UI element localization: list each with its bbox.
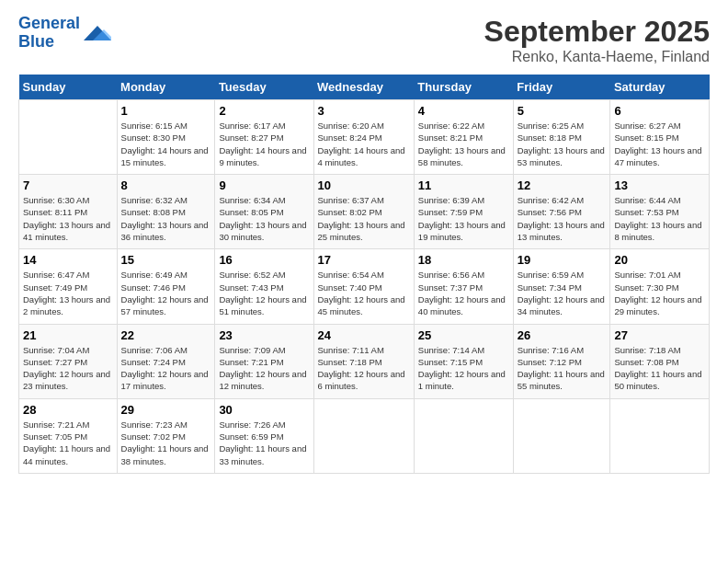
header-monday: Monday — [117, 75, 215, 100]
day-info: Sunrise: 6:49 AMSunset: 7:46 PMDaylight:… — [121, 269, 211, 317]
table-row: 14Sunrise: 6:47 AMSunset: 7:49 PMDayligh… — [19, 249, 118, 324]
day-info: Sunrise: 7:04 AMSunset: 7:27 PMDaylight:… — [23, 344, 113, 393]
header-friday: Friday — [513, 75, 610, 100]
day-number: 28 — [23, 403, 113, 417]
table-row: 27Sunrise: 7:18 AMSunset: 7:08 PMDayligh… — [610, 324, 710, 398]
day-number: 20 — [614, 253, 705, 267]
day-info: Sunrise: 6:52 AMSunset: 7:43 PMDaylight:… — [219, 269, 309, 317]
table-row: 6Sunrise: 6:27 AMSunset: 8:15 PMDaylight… — [610, 100, 710, 175]
day-number: 4 — [418, 104, 509, 118]
table-row: 28Sunrise: 7:21 AMSunset: 7:05 PMDayligh… — [19, 398, 118, 473]
day-info: Sunrise: 6:37 AMSunset: 8:02 PMDaylight:… — [318, 194, 410, 243]
table-row: 8Sunrise: 6:32 AMSunset: 8:08 PMDaylight… — [117, 175, 215, 249]
day-number: 9 — [219, 178, 309, 192]
day-info: Sunrise: 7:23 AMSunset: 7:02 PMDaylight:… — [121, 419, 211, 467]
logo-icon — [84, 22, 111, 44]
table-row: 24Sunrise: 7:11 AMSunset: 7:18 PMDayligh… — [313, 324, 414, 398]
table-row: 7Sunrise: 6:30 AMSunset: 8:11 PMDaylight… — [19, 175, 118, 249]
day-info: Sunrise: 7:14 AMSunset: 7:15 PMDaylight:… — [418, 344, 509, 393]
day-number: 2 — [219, 104, 309, 118]
table-row: 9Sunrise: 6:34 AMSunset: 8:05 PMDaylight… — [215, 175, 313, 249]
day-number: 21 — [23, 328, 113, 342]
day-info: Sunrise: 7:26 AMSunset: 6:59 PMDaylight:… — [219, 419, 309, 467]
table-row: 15Sunrise: 6:49 AMSunset: 7:46 PMDayligh… — [117, 249, 215, 324]
day-number: 11 — [418, 178, 509, 192]
table-row: 19Sunrise: 6:59 AMSunset: 7:34 PMDayligh… — [513, 249, 610, 324]
table-row: 21Sunrise: 7:04 AMSunset: 7:27 PMDayligh… — [19, 324, 118, 398]
day-number: 17 — [318, 253, 410, 267]
header-sunday: Sunday — [19, 75, 118, 100]
table-row: 16Sunrise: 6:52 AMSunset: 7:43 PMDayligh… — [215, 249, 313, 324]
table-row: 22Sunrise: 7:06 AMSunset: 7:24 PMDayligh… — [117, 324, 215, 398]
day-number: 19 — [518, 253, 607, 267]
day-number: 12 — [518, 178, 607, 192]
table-row: 30Sunrise: 7:26 AMSunset: 6:59 PMDayligh… — [215, 398, 313, 473]
table-row: 17Sunrise: 6:54 AMSunset: 7:40 PMDayligh… — [313, 249, 414, 324]
day-info: Sunrise: 6:15 AMSunset: 8:30 PMDaylight:… — [121, 120, 211, 168]
day-number: 25 — [418, 328, 509, 342]
day-number: 16 — [219, 253, 309, 267]
day-number: 24 — [318, 328, 410, 342]
logo-text: General Blue — [18, 15, 80, 52]
day-info: Sunrise: 6:54 AMSunset: 7:40 PMDaylight:… — [318, 269, 410, 317]
day-info: Sunrise: 6:47 AMSunset: 7:49 PMDaylight:… — [23, 269, 113, 317]
table-row: 1Sunrise: 6:15 AMSunset: 8:30 PMDaylight… — [117, 100, 215, 175]
logo-general: General — [18, 14, 80, 32]
table-row: 29Sunrise: 7:23 AMSunset: 7:02 PMDayligh… — [117, 398, 215, 473]
table-row — [610, 398, 710, 473]
title-section: September 2025 Renko, Kanta-Haeme, Finla… — [484, 15, 710, 65]
day-number: 30 — [219, 403, 309, 417]
logo-blue: Blue — [18, 32, 54, 51]
header: General Blue September 2025 Renko, Kanta… — [18, 15, 710, 65]
day-info: Sunrise: 6:44 AMSunset: 7:53 PMDaylight:… — [614, 194, 705, 243]
day-info: Sunrise: 6:30 AMSunset: 8:11 PMDaylight:… — [23, 194, 113, 243]
table-row — [19, 100, 118, 175]
table-row: 26Sunrise: 7:16 AMSunset: 7:12 PMDayligh… — [513, 324, 610, 398]
day-info: Sunrise: 7:16 AMSunset: 7:12 PMDaylight:… — [518, 344, 607, 393]
table-row: 25Sunrise: 7:14 AMSunset: 7:15 PMDayligh… — [414, 324, 513, 398]
table-row: 11Sunrise: 6:39 AMSunset: 7:59 PMDayligh… — [414, 175, 513, 249]
day-info: Sunrise: 7:06 AMSunset: 7:24 PMDaylight:… — [121, 344, 211, 393]
day-info: Sunrise: 6:42 AMSunset: 7:56 PMDaylight:… — [518, 194, 607, 243]
calendar-table: Sunday Monday Tuesday Wednesday Thursday… — [18, 75, 710, 474]
day-number: 13 — [614, 178, 705, 192]
day-number: 5 — [518, 104, 607, 118]
calendar-header: Sunday Monday Tuesday Wednesday Thursday… — [19, 75, 710, 100]
table-row: 5Sunrise: 6:25 AMSunset: 8:18 PMDaylight… — [513, 100, 610, 175]
table-row: 18Sunrise: 6:56 AMSunset: 7:37 PMDayligh… — [414, 249, 513, 324]
day-info: Sunrise: 6:27 AMSunset: 8:15 PMDaylight:… — [614, 120, 705, 168]
day-info: Sunrise: 6:25 AMSunset: 8:18 PMDaylight:… — [518, 120, 607, 168]
table-row: 3Sunrise: 6:20 AMSunset: 8:24 PMDaylight… — [313, 100, 414, 175]
day-info: Sunrise: 6:20 AMSunset: 8:24 PMDaylight:… — [318, 120, 410, 168]
day-number: 6 — [614, 104, 705, 118]
day-number: 7 — [23, 178, 113, 192]
header-thursday: Thursday — [414, 75, 513, 100]
header-tuesday: Tuesday — [215, 75, 313, 100]
day-info: Sunrise: 7:11 AMSunset: 7:18 PMDaylight:… — [318, 344, 410, 393]
main-title: September 2025 — [484, 15, 710, 49]
header-wednesday: Wednesday — [313, 75, 414, 100]
day-info: Sunrise: 6:32 AMSunset: 8:08 PMDaylight:… — [121, 194, 211, 243]
day-info: Sunrise: 6:39 AMSunset: 7:59 PMDaylight:… — [418, 194, 509, 243]
day-number: 27 — [614, 328, 705, 342]
table-row — [414, 398, 513, 473]
table-row: 12Sunrise: 6:42 AMSunset: 7:56 PMDayligh… — [513, 175, 610, 249]
day-info: Sunrise: 7:01 AMSunset: 7:30 PMDaylight:… — [614, 269, 705, 317]
day-number: 1 — [121, 104, 211, 118]
table-row — [513, 398, 610, 473]
day-info: Sunrise: 6:59 AMSunset: 7:34 PMDaylight:… — [518, 269, 607, 317]
table-row: 23Sunrise: 7:09 AMSunset: 7:21 PMDayligh… — [215, 324, 313, 398]
table-row — [313, 398, 414, 473]
day-number: 3 — [318, 104, 410, 118]
day-info: Sunrise: 6:34 AMSunset: 8:05 PMDaylight:… — [219, 194, 309, 243]
day-info: Sunrise: 6:56 AMSunset: 7:37 PMDaylight:… — [418, 269, 509, 317]
day-info: Sunrise: 7:21 AMSunset: 7:05 PMDaylight:… — [23, 419, 113, 467]
calendar-body: 1Sunrise: 6:15 AMSunset: 8:30 PMDaylight… — [19, 100, 710, 474]
day-number: 8 — [121, 178, 211, 192]
day-number: 10 — [318, 178, 410, 192]
day-number: 18 — [418, 253, 509, 267]
day-info: Sunrise: 7:18 AMSunset: 7:08 PMDaylight:… — [614, 344, 705, 393]
logo: General Blue — [18, 15, 111, 52]
day-info: Sunrise: 6:17 AMSunset: 8:27 PMDaylight:… — [219, 120, 309, 168]
table-row: 13Sunrise: 6:44 AMSunset: 7:53 PMDayligh… — [610, 175, 710, 249]
